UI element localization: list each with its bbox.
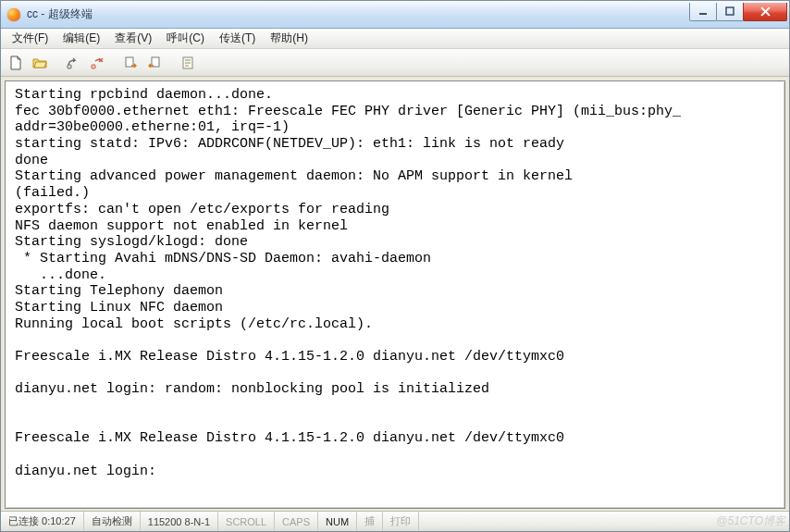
new-file-icon [8,56,23,70]
open-file-button[interactable] [30,53,50,73]
status-num: NUM [318,512,357,531]
app-icon [6,7,21,22]
toolbar [1,49,789,77]
terminal-area: Starting rpcbind daemon...done. fec 30bf… [1,77,789,511]
svg-rect-3 [92,65,95,68]
send-button[interactable] [120,53,141,73]
status-connected: 已连接 0:10:27 [1,512,84,531]
svg-rect-2 [68,65,71,68]
menu-file[interactable]: 文件(F) [5,29,56,48]
minimize-icon [698,6,708,16]
status-params: 115200 8-N-1 [141,512,218,531]
menu-transfer[interactable]: 传送(T) [212,29,263,48]
maximize-icon [725,6,734,16]
maximize-button[interactable] [716,3,744,21]
connect-button[interactable] [63,53,83,73]
status-bar: 已连接 0:10:27 自动检测 115200 8-N-1 SCROLL CAP… [1,511,789,531]
new-file-button[interactable] [6,53,26,73]
window-controls [690,3,787,21]
terminal-output: Starting rpcbind daemon...done. fec 30bf… [15,87,781,480]
disconnect-button[interactable] [87,53,107,73]
status-scroll: SCROLL [218,512,275,531]
close-icon [760,6,771,17]
status-capture: 捕 [357,512,383,531]
watermark: @51CTO博客 [716,513,785,529]
menu-view[interactable]: 查看(V) [107,29,159,48]
connect-icon [66,56,80,70]
svg-rect-1 [726,7,734,15]
status-print: 打印 [383,512,419,531]
properties-icon [180,56,195,70]
status-caps: CAPS [275,512,318,531]
window-title: cc - 超级终端 [27,6,93,22]
menu-help[interactable]: 帮助(H) [263,29,315,48]
terminal-viewport[interactable]: Starting rpcbind daemon...done. fec 30bf… [5,80,785,509]
menu-edit[interactable]: 编辑(E) [56,29,107,48]
receive-button[interactable] [144,53,165,73]
send-icon [123,56,138,70]
menu-call[interactable]: 呼叫(C) [159,29,212,48]
minimize-button[interactable] [689,3,717,21]
menu-bar: 文件(F) 编辑(E) 查看(V) 呼叫(C) 传送(T) 帮助(H) [1,29,789,49]
app-window: cc - 超级终端 文件(F) 编辑(E) 查看(V) 呼叫(C) 传送(T) … [0,0,790,532]
properties-button[interactable] [178,53,198,73]
receive-icon [147,56,162,70]
svg-rect-0 [699,13,707,15]
disconnect-icon [90,56,105,70]
close-button[interactable] [743,3,787,21]
title-bar[interactable]: cc - 超级终端 [1,1,789,29]
open-file-icon [32,56,47,70]
status-autodetect: 自动检测 [84,512,141,531]
